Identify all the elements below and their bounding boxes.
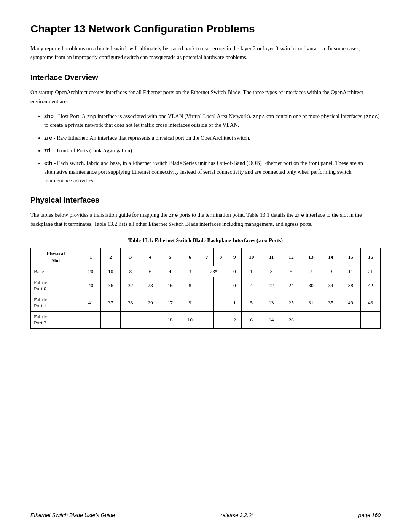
- bullet-zrl-term: zrl: [44, 147, 51, 153]
- bullet-zhp-code1: zhp: [87, 114, 96, 120]
- base-14: 9: [321, 266, 341, 277]
- fp2-12: 26: [281, 312, 301, 329]
- fp1-15: 49: [341, 294, 360, 312]
- physical-interfaces-section: Physical Interfaces The tables below pro…: [30, 196, 381, 329]
- fp2-10: 6: [242, 312, 261, 329]
- fp1-6: 9: [180, 294, 200, 312]
- col-header-1: 1: [81, 248, 101, 266]
- fp0-6: 8: [180, 277, 200, 294]
- bullet-zre-term: zre: [44, 135, 52, 141]
- interface-bullets: zhp - Host Port: A zhp interface is asso…: [44, 112, 381, 185]
- fp2-4: [140, 312, 160, 329]
- fp2-16: [360, 312, 380, 329]
- col-header-physical-slot: PhysicalSlot: [31, 248, 81, 266]
- col-header-3: 3: [121, 248, 140, 266]
- base-16: 21: [360, 266, 380, 277]
- footer-left: Ethernet Switch Blade User's Guide: [30, 512, 115, 518]
- fp2-5: 18: [160, 312, 180, 329]
- col-header-6: 6: [180, 248, 200, 266]
- table-row-base: Base 20 10 8 6 4 3 23* 0 1 3 5 7 9 11 21: [31, 266, 381, 277]
- footer-middle: release 3.2.2j: [221, 512, 253, 518]
- col-header-9: 9: [228, 248, 241, 266]
- fp0-1: 40: [81, 277, 101, 294]
- chapter-title: Chapter 13 Network Configuration Problem…: [30, 23, 381, 35]
- fp2-13: [301, 312, 321, 329]
- footer: Ethernet Switch Blade User's Guide relea…: [30, 508, 381, 518]
- table-row-fabric-port-0: FabricPort 0 40 36 32 28 16 8 - - 0 4 12…: [31, 277, 381, 294]
- bullet-zrl-rest: – Trunk of Ports (Link Aggregation): [51, 147, 132, 153]
- col-header-8: 8: [214, 248, 228, 266]
- base-3: 8: [121, 266, 140, 277]
- base-4: 6: [140, 266, 160, 277]
- zre-code-inline2: zre: [295, 212, 304, 218]
- bullet-zre-rest: - Raw Ethernet: An interface that repres…: [52, 135, 250, 141]
- col-header-16: 16: [360, 248, 380, 266]
- base-10: 1: [242, 266, 261, 277]
- fp0-15: 38: [341, 277, 360, 294]
- fp1-12: 25: [281, 294, 301, 312]
- fp2-14: [321, 312, 341, 329]
- bullet-zre: zre - Raw Ethernet: An interface that re…: [44, 134, 381, 142]
- row-label-fabric-port-1: FabricPort 1: [31, 294, 81, 312]
- col-header-15: 15: [341, 248, 360, 266]
- fp0-16: 42: [360, 277, 380, 294]
- table-row-fabric-port-1: FabricPort 1 41 37 33 29 17 9 - - 1 5 13…: [31, 294, 381, 312]
- col-header-2: 2: [101, 248, 121, 266]
- bullet-zhp-code3: zres: [365, 114, 378, 120]
- fp2-2: [101, 312, 121, 329]
- col-header-12: 12: [281, 248, 301, 266]
- bullet-zhp-end: can contain one or more physical interfa…: [265, 113, 365, 119]
- zre-code-inline1: zre: [169, 212, 178, 218]
- base-11: 3: [261, 266, 281, 277]
- fp0-3: 32: [121, 277, 140, 294]
- fp1-1: 41: [81, 294, 101, 312]
- fp0-8: -: [214, 277, 228, 294]
- col-header-11: 11: [261, 248, 281, 266]
- bullet-zhp-mid: interface is associated with one VLAN (V…: [96, 113, 253, 119]
- base-1: 20: [81, 266, 101, 277]
- row-label-base: Base: [31, 266, 81, 277]
- col-header-4: 4: [140, 248, 160, 266]
- bullet-zhp-tail: to create a private network that does no…: [44, 122, 239, 128]
- footer-right: page 160: [358, 512, 381, 518]
- fp2-1: [81, 312, 101, 329]
- fp0-7: -: [200, 277, 213, 294]
- fp0-10: 4: [242, 277, 261, 294]
- fp1-9: 1: [228, 294, 241, 312]
- fp2-8: -: [214, 312, 228, 329]
- base-13: 7: [301, 266, 321, 277]
- fp1-5: 17: [160, 294, 180, 312]
- col-header-5: 5: [160, 248, 180, 266]
- fp1-14: 35: [321, 294, 341, 312]
- table-caption-code: zre: [258, 238, 268, 244]
- col-header-14: 14: [321, 248, 341, 266]
- bullet-zhp-italic: ): [378, 113, 380, 119]
- fp0-9: 0: [228, 277, 241, 294]
- table-row-fabric-port-2: FabricPort 2 18 10 - - 2 6 14 26: [31, 312, 381, 329]
- col-header-10: 10: [242, 248, 261, 266]
- chapter-intro: Many reported problems on a booted switc…: [30, 44, 381, 62]
- base-6: 3: [180, 266, 200, 277]
- fp1-16: 43: [360, 294, 380, 312]
- base-7-8: 23*: [200, 266, 228, 277]
- base-12: 5: [281, 266, 301, 277]
- fp2-9: 2: [228, 312, 241, 329]
- fp2-7: -: [200, 312, 213, 329]
- fp1-13: 31: [301, 294, 321, 312]
- fp2-3: [121, 312, 140, 329]
- base-2: 10: [101, 266, 121, 277]
- fp2-11: 14: [261, 312, 281, 329]
- bullet-zhp: zhp - Host Port: A zhp interface is asso…: [44, 112, 381, 130]
- fp0-4: 28: [140, 277, 160, 294]
- fp1-8: -: [214, 294, 228, 312]
- fp1-4: 29: [140, 294, 160, 312]
- fp0-12: 24: [281, 277, 301, 294]
- bullet-eth: eth - Each switch, fabric and base, in a…: [44, 159, 381, 185]
- bullet-eth-term: eth: [44, 160, 53, 166]
- fp0-5: 16: [160, 277, 180, 294]
- base-9: 0: [228, 266, 241, 277]
- fp2-15: [341, 312, 360, 329]
- bullet-zhp-rest: - Host Port: A: [54, 113, 87, 119]
- fp0-2: 36: [101, 277, 121, 294]
- interface-overview-heading: Interface Overview: [30, 73, 381, 82]
